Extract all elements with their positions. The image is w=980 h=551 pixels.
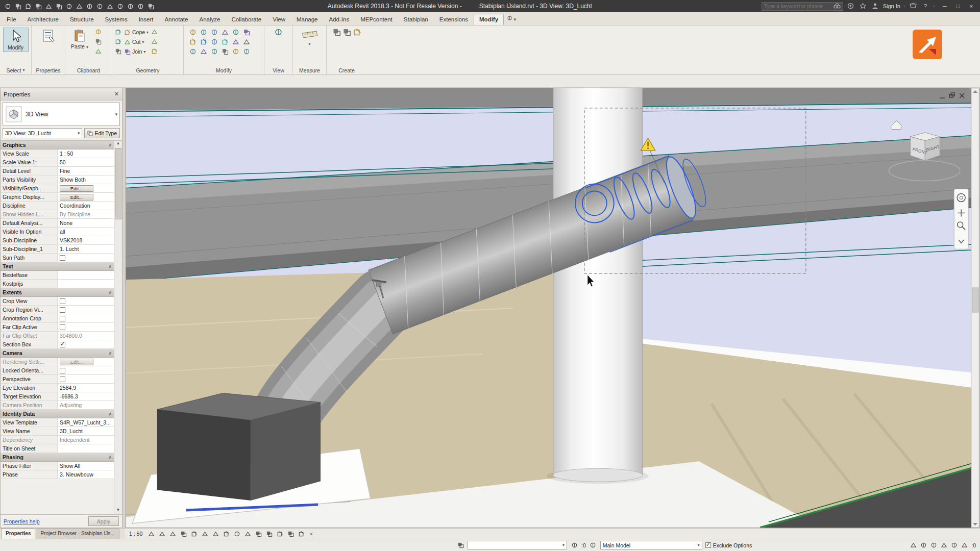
collaborate-status-icon[interactable] [297,530,305,538]
property-value[interactable] [58,271,114,279]
ribbon-tab-stabiplan[interactable]: Stabiplan [398,14,434,25]
create-assembly-icon[interactable] [353,28,361,36]
design-options-icon[interactable] [589,541,597,549]
panel-tab-properties[interactable]: Properties [1,529,35,539]
editable-only-icon[interactable] [570,541,578,549]
property-value[interactable]: Edit... [58,184,114,192]
visual-style-icon[interactable] [168,530,177,538]
select-pinned-icon[interactable] [929,541,938,549]
shadows-icon[interactable] [190,530,198,538]
equipment-box[interactable] [157,393,321,501]
trim-extend-single-icon[interactable] [232,37,240,46]
trim-extend-multiple-icon[interactable] [242,37,251,46]
property-value[interactable]: Show All [58,462,114,470]
show-constraints-icon[interactable] [286,530,295,538]
modify-tool-button[interactable]: Modify [3,28,29,52]
property-value[interactable]: Show Both [58,176,114,184]
checkbox-checked-icon[interactable] [60,342,65,347]
demolish-icon[interactable] [150,47,159,56]
property-value[interactable]: Edit... [58,358,114,366]
property-value[interactable]: S4R_W57_Lucht_3... [58,418,114,427]
checkbox-unchecked-icon[interactable] [60,255,65,261]
measure-icon[interactable] [75,2,84,11]
scroll-down-icon[interactable]: ▼ [114,508,122,514]
view-panel-label[interactable]: View [266,66,291,74]
split-element-icon[interactable] [232,28,240,36]
property-value[interactable] [58,314,114,322]
checkbox-unchecked-icon[interactable] [60,324,65,330]
delete-icon[interactable] [232,47,240,56]
property-value[interactable]: 50 [58,158,114,166]
scale-icon[interactable] [200,47,208,56]
active-design-option[interactable]: Main Model▾ [600,541,702,549]
select-links-icon[interactable] [909,541,917,549]
copy-to-clipboard-icon[interactable] [94,37,103,46]
edit-button[interactable]: Edit... [60,194,93,201]
select-elements-by-face-icon[interactable] [940,541,948,549]
property-value[interactable]: 304800.0 [58,332,114,340]
geometry-panel-label[interactable]: Geometry [114,66,182,74]
thin-lines-icon[interactable] [136,2,145,11]
ribbon-tab-structure[interactable]: Structure [64,14,100,25]
cut-to-clipboard-icon[interactable] [94,28,103,36]
clipboard-panel-label[interactable]: Clipboard [67,66,110,74]
property-value[interactable]: Fine [58,167,114,175]
worksharing-display-icon[interactable] [265,530,273,538]
edit-type-button[interactable]: Edit Type [84,128,120,138]
geometry-tool-cut[interactable]: Cut▾ [124,37,149,46]
edit-button[interactable]: Edit... [60,359,93,365]
rotate-icon[interactable] [210,37,219,46]
active-workset-field[interactable]: ▾ [468,541,567,549]
property-value[interactable]: 1 : 50 [58,149,114,158]
remove-coping-icon[interactable] [114,37,122,46]
section-header-graphics[interactable]: Graphics∧ [1,141,114,149]
ribbon-tab-manage[interactable]: Manage [291,14,324,25]
sign-in-avatar-icon[interactable] [871,3,880,10]
drawing-area[interactable]: FRONT RIGHT [125,88,980,528]
section-header-identity-data[interactable]: Identity Data∧ [1,410,114,418]
ribbon-tab-view[interactable]: View [267,14,291,25]
help-icon[interactable]: ? [921,3,930,9]
crop-view-icon[interactable] [211,530,219,538]
property-value[interactable]: Coordination [58,202,114,210]
column[interactable] [547,88,649,484]
properties-help-link[interactable]: Properties help [4,518,40,524]
select-underlay-icon[interactable] [919,541,927,549]
help-caret-icon[interactable]: ▾ [933,4,935,9]
checkbox-unchecked-icon[interactable] [60,298,65,304]
ribbon-tab-file[interactable]: File [1,14,22,25]
show-crop-region-icon[interactable] [222,530,230,538]
vcb-collapse-icon[interactable]: < [310,531,313,537]
palette-close-icon[interactable]: ✕ [114,91,119,97]
property-value[interactable] [58,340,114,348]
unpin-icon[interactable] [221,47,230,56]
section-icon[interactable] [126,2,135,11]
temporary-hide-isolate-icon[interactable] [243,530,252,538]
search-binoculars-icon[interactable] [832,3,842,10]
ribbon-tab-collaborate[interactable]: Collaborate [226,14,267,25]
checkbox-unchecked-icon[interactable] [60,316,65,321]
apply-button[interactable]: Apply [88,516,119,526]
beam-join-icon[interactable] [114,47,122,56]
palette-scrollbar[interactable]: ▲ ▼ [114,141,122,514]
select-panel-label[interactable]: Select▾ [2,66,30,74]
unlocked-3d-view-icon[interactable] [233,530,241,538]
app-store-icon[interactable] [909,3,918,10]
edit-button[interactable]: Edit... [60,185,93,192]
exclude-options-checkbox[interactable]: Exclude Options [705,542,752,548]
navigation-bar[interactable] [954,189,968,249]
property-value[interactable]: 3. Nieuwbouw [58,470,114,479]
section-header-text[interactable]: Text∧ [1,262,114,271]
property-value[interactable]: VSK2018 [58,236,114,244]
section-header-phasing[interactable]: Phasing∧ [1,453,114,462]
sync-with-central-icon[interactable] [34,2,43,11]
drag-elements-on-selection-icon[interactable] [950,541,958,549]
ribbon-tab-insert[interactable]: Insert [133,14,159,25]
property-value[interactable]: all [58,228,114,236]
split-face-icon[interactable] [150,37,159,46]
ribbon-tab-modify[interactable]: Modify [474,14,504,25]
detail-level-icon[interactable] [158,530,166,538]
redo-icon[interactable] [54,2,63,11]
offset-icon[interactable] [200,28,208,36]
checkbox-unchecked-icon[interactable] [60,307,65,313]
